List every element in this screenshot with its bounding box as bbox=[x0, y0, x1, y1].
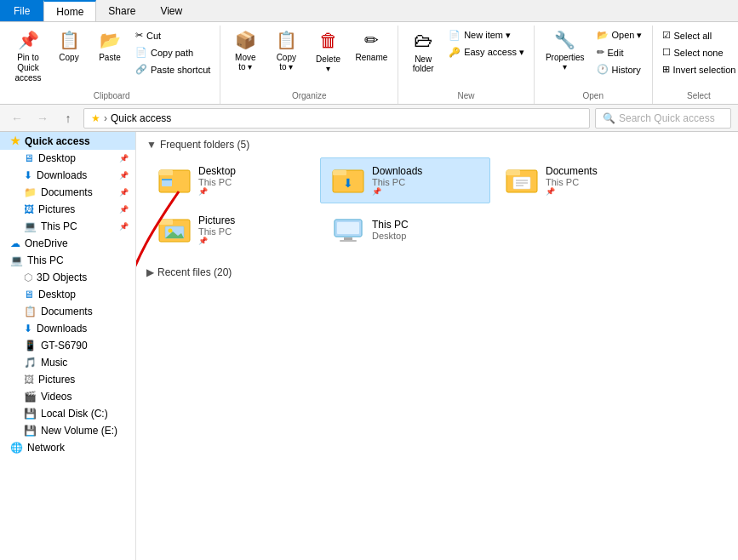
address-path[interactable]: ★ › Quick access bbox=[83, 108, 590, 129]
properties-button[interactable]: 🔧 Properties ▾ bbox=[540, 26, 591, 76]
pin-button[interactable]: 📌 Pin to Quickaccess bbox=[9, 26, 48, 88]
moveto-icon: 📦 bbox=[235, 30, 256, 50]
sidebar-item-pictures-qa[interactable]: 🖼 Pictures 📌 bbox=[0, 201, 135, 218]
forward-button[interactable]: → bbox=[32, 108, 53, 129]
edit-label: Edit bbox=[608, 48, 624, 58]
invertselection-button[interactable]: ⊞ Invert selection bbox=[658, 61, 739, 77]
recent-files-header[interactable]: ▶ Recent files (20) bbox=[146, 266, 728, 278]
rename-label: Rename bbox=[356, 53, 388, 62]
sidebar-onedrive[interactable]: ☁ OneDrive bbox=[0, 235, 135, 252]
sidebar-network[interactable]: 🌐 Network bbox=[0, 439, 135, 456]
selectnone-label: Select none bbox=[674, 48, 724, 58]
thispc-label: This PC bbox=[27, 254, 64, 266]
sidebar-3dobjects[interactable]: ⬡ 3D Objects bbox=[0, 269, 135, 286]
newitem-button[interactable]: 📄 New item ▾ bbox=[444, 27, 529, 43]
documents-pin-icon: 📌 bbox=[546, 187, 598, 196]
downloads-folder-icon: ⬇ bbox=[331, 165, 365, 196]
copy-button[interactable]: 📋 Copy bbox=[49, 26, 89, 66]
pasteshortcut-button[interactable]: 🔗 Paste shortcut bbox=[131, 61, 215, 77]
pictures-tile-info: Pictures This PC 📌 bbox=[198, 214, 235, 245]
cut-label: Cut bbox=[146, 31, 161, 41]
network-icon: 🌐 bbox=[10, 442, 23, 454]
pictures-qa-icon: 🖼 bbox=[24, 203, 34, 215]
downloads-tile-info: Downloads This PC 📌 bbox=[372, 165, 422, 196]
svg-rect-1 bbox=[159, 170, 173, 175]
folder-tile-thispc[interactable]: This PC Desktop bbox=[320, 207, 490, 253]
selectall-button[interactable]: ☑ Select all bbox=[658, 27, 739, 43]
folder-tile-pictures[interactable]: Pictures This PC 📌 bbox=[146, 207, 317, 253]
svg-rect-8 bbox=[506, 170, 520, 175]
copypath-icon: 📄 bbox=[135, 47, 147, 58]
sidebar-item-desktop-qa[interactable]: 🖥 Desktop 📌 bbox=[0, 150, 135, 167]
videos-icon: 🎬 bbox=[24, 391, 37, 403]
newfolder-button[interactable]: 🗁 Newfolder bbox=[403, 26, 443, 77]
sidebar-pictures-pc[interactable]: 🖼 Pictures bbox=[0, 371, 135, 388]
svg-point-16 bbox=[169, 229, 173, 233]
copyto-button[interactable]: 📋 Copyto ▾ bbox=[266, 26, 306, 76]
sidebar-music[interactable]: 🎵 Music bbox=[0, 354, 135, 371]
newitem-label: New item ▾ bbox=[464, 30, 511, 41]
paste-button[interactable]: 📂 Paste bbox=[90, 26, 129, 66]
edit-button[interactable]: ✏ Edit bbox=[592, 44, 647, 60]
select-label: Select bbox=[658, 88, 739, 100]
onedrive-label: OneDrive bbox=[25, 237, 68, 249]
tab-file[interactable]: File bbox=[0, 0, 43, 21]
frequent-folders-header[interactable]: ▼ Frequent folders (5) bbox=[146, 139, 728, 151]
back-button[interactable]: ← bbox=[7, 108, 27, 129]
sidebar-quickaccess[interactable]: ★ Quick access bbox=[0, 132, 135, 150]
folder-tile-downloads[interactable]: ⬇ Downloads This PC 📌 bbox=[320, 157, 490, 203]
tab-view[interactable]: View bbox=[148, 0, 195, 21]
sidebar-thispc[interactable]: 💻 This PC bbox=[0, 252, 135, 269]
sidebar-item-downloads-qa[interactable]: ⬇ Downloads 📌 bbox=[0, 167, 135, 184]
sidebar-item-thispc-qa[interactable]: 💻 This PC 📌 bbox=[0, 218, 135, 235]
copypath-button[interactable]: 📄 Copy path bbox=[131, 44, 215, 60]
sidebar-desktop-pc[interactable]: 🖥 Desktop bbox=[0, 286, 135, 303]
search-box[interactable]: 🔍 Search Quick access bbox=[595, 108, 731, 129]
thispc-tile-info: This PC Desktop bbox=[372, 219, 409, 241]
sidebar-downloads-pc[interactable]: ⬇ Downloads bbox=[0, 320, 135, 337]
svg-rect-5 bbox=[333, 170, 346, 175]
tab-home[interactable]: Home bbox=[43, 0, 96, 21]
clipboard-small-col: ✂ Cut 📄 Copy path 🔗 Paste shortcut bbox=[131, 27, 215, 77]
sidebar-newe[interactable]: 💾 New Volume (E:) bbox=[0, 422, 135, 439]
open-small-col: 📂 Open ▾ ✏ Edit 🕐 History bbox=[592, 27, 647, 77]
cut-button[interactable]: ✂ Cut bbox=[131, 27, 215, 43]
address-bar: ← → ↑ ★ › Quick access 🔍 Search Quick ac… bbox=[0, 105, 738, 132]
pictures-tile-sub: This PC bbox=[198, 226, 235, 237]
delete-button[interactable]: 🗑 Delete ▾ bbox=[307, 26, 348, 77]
sidebar-localc[interactable]: 💾 Local Disk (C:) bbox=[0, 405, 135, 422]
thispc-qa-icon: 💻 bbox=[24, 220, 37, 232]
quickaccess-label: Quick access bbox=[25, 135, 90, 147]
moveto-button[interactable]: 📦 Moveto ▾ bbox=[226, 26, 265, 76]
pin-label: Pin to Quickaccess bbox=[14, 53, 42, 83]
folder-tile-documents[interactable]: Documents This PC 📌 bbox=[494, 157, 664, 203]
selectnone-button[interactable]: ☐ Select none bbox=[658, 44, 739, 60]
copypath-label: Copy path bbox=[151, 48, 193, 58]
history-icon: 🕐 bbox=[597, 64, 609, 75]
content-area: ▼ Frequent folders (5) Desktop This PC bbox=[136, 132, 738, 560]
up-button[interactable]: ↑ bbox=[58, 108, 78, 129]
pictures-tile-name: Pictures bbox=[198, 214, 235, 226]
folder-tile-desktop[interactable]: Desktop This PC 📌 bbox=[146, 157, 317, 203]
sidebar-documents-pc[interactable]: 📋 Documents bbox=[0, 303, 135, 320]
svg-rect-21 bbox=[344, 237, 352, 240]
documents-pc-icon: 📋 bbox=[24, 306, 37, 317]
path-separator: › bbox=[104, 112, 107, 124]
sidebar-item-documents-qa[interactable]: 📁 Documents 📌 bbox=[0, 184, 135, 201]
open-button[interactable]: 📂 Open ▾ bbox=[592, 27, 647, 43]
sidebar-gts6790[interactable]: 📱 GT-S6790 bbox=[0, 337, 135, 354]
rename-button[interactable]: ✏ Rename bbox=[351, 26, 392, 66]
folder-grid: Desktop This PC 📌 ⬇ Downloads This PC bbox=[146, 157, 728, 253]
desktop-tile-sub: This PC bbox=[198, 177, 236, 187]
gts-icon: 📱 bbox=[24, 340, 37, 351]
path-star-icon: ★ bbox=[91, 112, 100, 124]
frequent-folders-label: Frequent folders (5) bbox=[160, 139, 249, 151]
ribbon-group-new: 🗁 Newfolder 📄 New item ▾ 🔑 Easy access ▾… bbox=[398, 26, 535, 104]
tab-share[interactable]: Share bbox=[96, 0, 148, 21]
sidebar-videos[interactable]: 🎬 Videos bbox=[0, 388, 135, 405]
properties-label: Properties ▾ bbox=[546, 53, 585, 71]
history-button[interactable]: 🕐 History bbox=[592, 61, 647, 77]
search-icon: 🔍 bbox=[603, 112, 615, 124]
localc-label: Local Disk (C:) bbox=[41, 408, 108, 420]
easyaccess-button[interactable]: 🔑 Easy access ▾ bbox=[444, 44, 529, 60]
